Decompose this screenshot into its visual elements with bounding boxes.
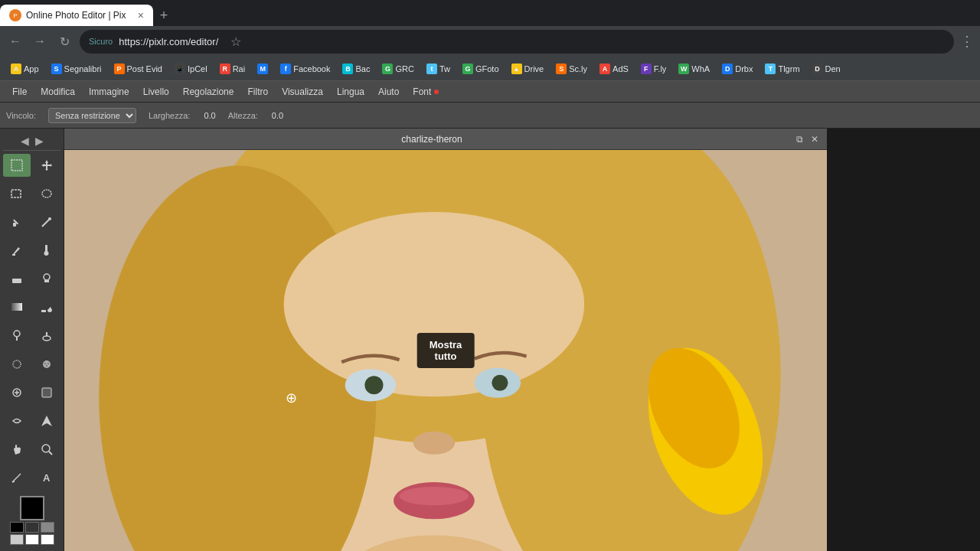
canvas-content[interactable]: Mostra tutto ⊕	[64, 150, 827, 551]
heal-tool-button[interactable]	[3, 381, 31, 404]
canvas-maximize-button[interactable]: ⧉	[793, 133, 805, 145]
svg-rect-30	[42, 388, 51, 397]
burn-tool-button[interactable]	[33, 324, 60, 347]
bookmark-app-icon: A	[11, 64, 21, 74]
hand-tool-button[interactable]	[3, 438, 31, 461]
bookmark-ipcel[interactable]: 📱 IpCel	[170, 61, 212, 77]
bookmark-tlgrm-label: Tlgrm	[778, 64, 799, 73]
bookmark-tlgrm[interactable]: T Tlgrm	[760, 61, 804, 77]
text-tool-button[interactable]: A	[33, 466, 60, 489]
palette-white[interactable]	[25, 534, 39, 545]
bookmark-app[interactable]: A App	[6, 61, 44, 77]
next-canvas-button[interactable]: ▶	[35, 135, 44, 147]
patch-tool-button[interactable]	[33, 381, 60, 404]
gradient-tool-button[interactable]	[3, 295, 31, 318]
new-tab-button[interactable]: +	[153, 5, 175, 26]
bookmark-postevid-label: Post Evid	[127, 64, 162, 73]
prev-canvas-button[interactable]: ◀	[21, 135, 29, 147]
crop-tool-button[interactable]	[3, 154, 31, 177]
bookmark-facebook[interactable]: f Facebook	[276, 61, 335, 77]
toolbox: ◀ ▶	[0, 129, 64, 551]
tab-close-button[interactable]: ×	[138, 9, 144, 21]
menu-livello[interactable]: Livello	[137, 83, 175, 100]
url-text: https://pixlr.com/editor/	[119, 36, 218, 47]
svg-rect-13	[12, 279, 21, 283]
stamp-tool-button[interactable]	[33, 267, 60, 290]
sponge-tool-button[interactable]	[33, 353, 60, 376]
sharpen-tool-button[interactable]	[33, 409, 60, 432]
bookmark-drbx[interactable]: D Drbx	[717, 61, 757, 77]
zoom-tool-button[interactable]	[33, 438, 60, 461]
menu-file[interactable]: File	[6, 83, 33, 100]
bookmark-ads[interactable]: A AdS	[595, 61, 633, 77]
svg-rect-3	[11, 190, 21, 197]
url-bar[interactable]: Sicuro https://pixlr.com/editor/ ☆	[80, 30, 954, 54]
bookmark-segnalibri-label: Segnalibri	[64, 64, 102, 73]
refresh-button[interactable]: ↻	[55, 32, 74, 51]
menu-regolazione[interactable]: Regolazione	[177, 83, 240, 100]
bookmark-wha[interactable]: W WhA	[674, 61, 714, 77]
bookmark-star-icon[interactable]: ☆	[230, 34, 241, 49]
menu-visualizza[interactable]: Visualizza	[276, 83, 329, 100]
svg-line-35	[12, 481, 15, 482]
forward-button[interactable]: →	[31, 32, 49, 51]
bookmark-segnalibri[interactable]: S Segnalibri	[47, 61, 106, 77]
svg-point-25	[47, 363, 49, 364]
svg-line-7	[42, 220, 49, 227]
menu-immagine[interactable]: Immagine	[83, 83, 136, 100]
bookmark-scly[interactable]: S Sc.ly	[551, 61, 592, 77]
smudge-tool-button[interactable]	[3, 409, 31, 432]
bookmark-tw[interactable]: t Tw	[422, 61, 455, 77]
bookmark-den[interactable]: D Den	[808, 61, 845, 77]
bookmark-bac[interactable]: B Bac	[338, 61, 374, 77]
menu-lingua[interactable]: Lingua	[331, 83, 371, 100]
svg-point-46	[492, 375, 508, 391]
canvas-close-button[interactable]: ✕	[808, 133, 821, 145]
dodge-tool-button[interactable]	[3, 324, 31, 347]
lasso-tool-button[interactable]	[33, 182, 60, 205]
svg-marker-9	[13, 247, 20, 254]
bookmark-gfoto[interactable]: G GFoto	[458, 61, 504, 77]
svg-point-22	[13, 360, 21, 368]
chrome-menu-button[interactable]: ⋮	[960, 33, 974, 50]
eraser-tool-button[interactable]	[3, 267, 31, 290]
pencil-tool-button[interactable]	[3, 239, 31, 262]
svg-point-47	[413, 432, 455, 455]
width-label: Larghezza:	[149, 111, 190, 120]
svg-rect-17	[41, 310, 46, 312]
bookmark-rai[interactable]: R Rai	[215, 61, 250, 77]
rect-select-button[interactable]	[3, 182, 31, 205]
canvas-wrapper: charlize-theron ⧉ ✕	[64, 129, 980, 551]
menu-font[interactable]: Font	[407, 83, 445, 100]
menu-modifica[interactable]: Modifica	[34, 83, 81, 100]
menu-aiuto[interactable]: Aiuto	[372, 83, 405, 100]
palette-extra[interactable]	[41, 534, 54, 545]
bookmark-fly-label: F.ly	[654, 64, 667, 73]
constraint-select[interactable]: Senza restrizione	[48, 108, 136, 123]
palette-black[interactable]	[10, 522, 24, 533]
menu-filtro[interactable]: Filtro	[241, 83, 274, 100]
show-all-button[interactable]: Mostra tutto	[417, 333, 475, 368]
active-tab[interactable]: P Online Photo Editor | Pix ×	[0, 5, 153, 26]
bookmark-fly[interactable]: F F.ly	[636, 61, 671, 77]
palette-lightgray[interactable]	[10, 534, 24, 545]
wand-tool-button[interactable]	[33, 210, 60, 233]
color-swatches	[6, 496, 57, 545]
blur-tool-button[interactable]	[3, 353, 31, 376]
palette-gray[interactable]	[41, 522, 54, 533]
svg-point-26	[46, 365, 47, 367]
bookmark-postevid[interactable]: P Post Evid	[109, 61, 167, 77]
palette-row-1	[10, 522, 54, 533]
height-value: 0.0	[272, 111, 283, 120]
primary-color-swatch[interactable]	[20, 496, 44, 520]
bookmark-drive[interactable]: ▲ Drive	[507, 61, 549, 77]
bookmark-m[interactable]: M	[253, 61, 273, 77]
pencil2-tool-button[interactable]	[3, 466, 31, 489]
brush-tool-button[interactable]	[33, 239, 60, 262]
fill-tool-button[interactable]	[33, 295, 60, 318]
palette-darkgray[interactable]	[25, 522, 39, 533]
bookmark-grc[interactable]: G GRC	[377, 61, 418, 77]
eyedropper-button[interactable]	[3, 210, 31, 233]
move-tool-button[interactable]	[33, 154, 60, 177]
back-button[interactable]: ←	[6, 32, 24, 51]
